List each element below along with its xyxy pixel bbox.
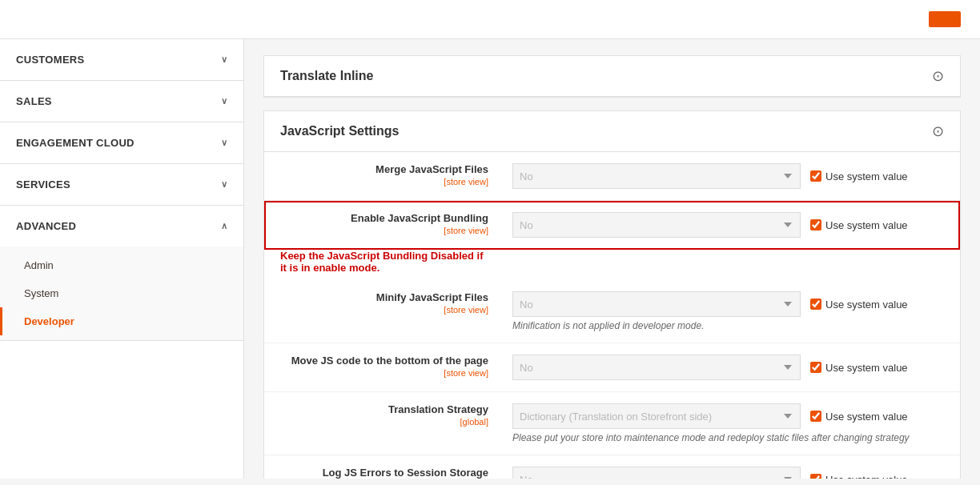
sidebar-section-services: SERVICES∨ (0, 164, 243, 206)
form-scope-enable-js-bundling: [store view] (280, 226, 488, 235)
sidebar-section-label-customers: CUSTOMERS (16, 54, 85, 66)
chevron-advanced-icon: ∧ (221, 221, 227, 231)
section-toggle-javascript-settings-icon[interactable]: ⊙ (932, 122, 944, 140)
form-scope-translation-strategy: [global] (280, 417, 488, 427)
sidebar-section-sales: SALES∨ (0, 81, 243, 122)
form-row-enable-js-bundling: Enable JavaScript Bundling[store view]No… (264, 201, 960, 250)
chevron-sales-icon: ∨ (221, 96, 227, 106)
form-row-minify-js: Minify JavaScript Files[store view]NoUse… (264, 280, 960, 343)
chevron-customers-icon: ∨ (221, 54, 227, 65)
save-config-button[interactable] (929, 11, 961, 27)
config-section-translate-inline: Translate Inline⊙ (263, 55, 961, 98)
form-select-wrap-log-js-errors: NoUse system value (512, 467, 952, 479)
use-system-value-label-merge-js: Use system value (825, 170, 908, 182)
use-system-value-label-minify-js: Use system value (825, 299, 908, 311)
form-select-wrap-merge-js: NoUse system value (512, 163, 952, 189)
form-control-cell-move-js-bottom: NoUse system value (504, 343, 960, 392)
use-system-value-checkbox-minify-js[interactable] (810, 299, 821, 310)
sidebar-subitems-advanced: AdminSystemDeveloper (0, 247, 243, 340)
form-select-merge-js[interactable]: No (512, 163, 801, 189)
form-label-merge-js: Merge JavaScript Files (376, 163, 488, 175)
sidebar-section-header-services[interactable]: SERVICES∨ (0, 164, 243, 205)
use-system-value-checkbox-log-js-errors[interactable] (810, 474, 821, 479)
callout-text-enable-js-bundling: Keep the JavaScript Bundling Disabled if… (280, 250, 488, 274)
form-select-wrap-enable-js-bundling: NoUse system value (512, 212, 952, 238)
form-label-move-js-bottom: Move JS code to the bottom of the page (291, 355, 488, 367)
form-label-cell-merge-js: Merge JavaScript Files[store view] (264, 152, 504, 201)
config-section-title-translate-inline: Translate Inline (280, 69, 373, 83)
use-system-value-label-enable-js-bundling: Use system value (825, 219, 908, 231)
use-system-value-move-js-bottom[interactable]: Use system value (810, 362, 908, 374)
form-table-javascript-settings: Merge JavaScript Files[store view]NoUse … (264, 152, 960, 479)
form-label-cell-move-js-bottom: Move JS code to the bottom of the page[s… (264, 343, 504, 392)
form-row-log-js-errors: Log JS Errors to Session Storage[global]… (264, 455, 960, 479)
use-system-value-checkbox-merge-js[interactable] (810, 170, 821, 182)
form-select-move-js-bottom[interactable]: No (512, 355, 801, 380)
sidebar-section-label-engagement-cloud: ENGAGEMENT CLOUD (16, 137, 135, 149)
form-control-cell-enable-js-bundling: NoUse system value (504, 201, 960, 250)
form-select-wrap-minify-js: NoUse system value (512, 291, 952, 317)
sidebar-item-developer[interactable]: Developer (0, 307, 243, 335)
form-label-cell-minify-js: Minify JavaScript Files[store view] (264, 280, 504, 343)
config-section-title-javascript-settings: JavaScript Settings (280, 124, 400, 138)
form-scope-move-js-bottom: [store view] (280, 368, 488, 378)
form-label-translation-strategy: Translation Strategy (388, 403, 488, 415)
section-toggle-translate-inline-icon[interactable]: ⊙ (932, 67, 944, 85)
layout: CUSTOMERS∨SALES∨ENGAGEMENT CLOUD∨SERVICE… (0, 39, 980, 479)
form-label-log-js-errors: Log JS Errors to Session Storage (323, 467, 488, 479)
sidebar-section-advanced: ADVANCED∧AdminSystemDeveloper (0, 206, 243, 341)
sidebar-section-label-sales: SALES (16, 95, 52, 107)
use-system-value-checkbox-translation-strategy[interactable] (810, 411, 821, 422)
form-scope-minify-js: [store view] (280, 305, 488, 315)
use-system-value-translation-strategy[interactable]: Use system value (810, 411, 908, 423)
sidebar-section-label-services: SERVICES (16, 178, 70, 190)
use-system-value-minify-js[interactable]: Use system value (810, 299, 908, 311)
form-control-cell-translation-strategy: Dictionary (Translation on Storefront si… (504, 392, 960, 455)
sidebar-section-customers: CUSTOMERS∨ (0, 39, 243, 81)
page-header (0, 0, 980, 39)
form-row-move-js-bottom: Move JS code to the bottom of the page[s… (264, 343, 960, 392)
use-system-value-label-translation-strategy: Use system value (825, 411, 908, 423)
form-note-minify-js: Minification is not applied in developer… (512, 320, 952, 331)
form-row-translation-strategy: Translation Strategy[global]Dictionary (… (264, 392, 960, 455)
form-label-enable-js-bundling: Enable JavaScript Bundling (351, 212, 488, 224)
sidebar-section-engagement-cloud: ENGAGEMENT CLOUD∨ (0, 122, 243, 164)
use-system-value-merge-js[interactable]: Use system value (810, 170, 908, 182)
form-control-cell-minify-js: NoUse system valueMinification is not ap… (504, 280, 960, 343)
sidebar-item-admin[interactable]: Admin (0, 251, 243, 279)
form-control-cell-log-js-errors: NoUse system valueIf enabled, can be use… (504, 455, 960, 479)
form-select-translation-strategy[interactable]: Dictionary (Translation on Storefront si… (512, 403, 801, 429)
form-row-merge-js: Merge JavaScript Files[store view]NoUse … (264, 152, 960, 201)
use-system-value-checkbox-enable-js-bundling[interactable] (810, 219, 821, 230)
use-system-value-enable-js-bundling[interactable]: Use system value (810, 219, 908, 231)
callout-row-enable-js-bundling: Keep the JavaScript Bundling Disabled if… (264, 250, 960, 281)
form-label-minify-js: Minify JavaScript Files (376, 291, 488, 303)
sidebar-section-header-sales[interactable]: SALES∨ (0, 81, 243, 122)
form-label-cell-enable-js-bundling: Enable JavaScript Bundling[store view] (264, 201, 504, 250)
chevron-services-icon: ∨ (221, 179, 227, 190)
callout-cell-enable-js-bundling: Keep the JavaScript Bundling Disabled if… (264, 250, 960, 281)
form-label-cell-log-js-errors: Log JS Errors to Session Storage[global] (264, 455, 504, 479)
use-system-value-log-js-errors[interactable]: Use system value (810, 474, 908, 479)
form-control-cell-merge-js: NoUse system value (504, 152, 960, 201)
form-select-minify-js[interactable]: No (512, 291, 801, 317)
sidebar-item-system[interactable]: System (0, 279, 243, 307)
use-system-value-checkbox-move-js-bottom[interactable] (810, 362, 821, 373)
form-scope-merge-js: [store view] (280, 177, 488, 186)
form-note-translation-strategy: Please put your store into maintenance m… (512, 432, 952, 443)
main-content: Translate Inline⊙JavaScript Settings⊙Mer… (244, 39, 980, 479)
chevron-engagement-cloud-icon: ∨ (221, 138, 227, 148)
sidebar-section-header-customers[interactable]: CUSTOMERS∨ (0, 39, 243, 80)
config-section-header-javascript-settings[interactable]: JavaScript Settings⊙ (264, 111, 960, 152)
form-select-wrap-translation-strategy: Dictionary (Translation on Storefront si… (512, 403, 952, 429)
form-select-wrap-move-js-bottom: NoUse system value (512, 355, 952, 380)
sidebar-section-header-engagement-cloud[interactable]: ENGAGEMENT CLOUD∨ (0, 122, 243, 163)
form-select-log-js-errors[interactable]: No (512, 467, 801, 479)
config-section-javascript-settings: JavaScript Settings⊙Merge JavaScript Fil… (263, 110, 961, 479)
form-label-cell-translation-strategy: Translation Strategy[global] (264, 392, 504, 455)
sidebar-section-header-advanced[interactable]: ADVANCED∧ (0, 206, 243, 247)
form-select-enable-js-bundling[interactable]: No (512, 212, 801, 238)
config-section-header-translate-inline[interactable]: Translate Inline⊙ (264, 56, 960, 97)
sidebar: CUSTOMERS∨SALES∨ENGAGEMENT CLOUD∨SERVICE… (0, 39, 244, 479)
use-system-value-label-move-js-bottom: Use system value (825, 362, 908, 374)
